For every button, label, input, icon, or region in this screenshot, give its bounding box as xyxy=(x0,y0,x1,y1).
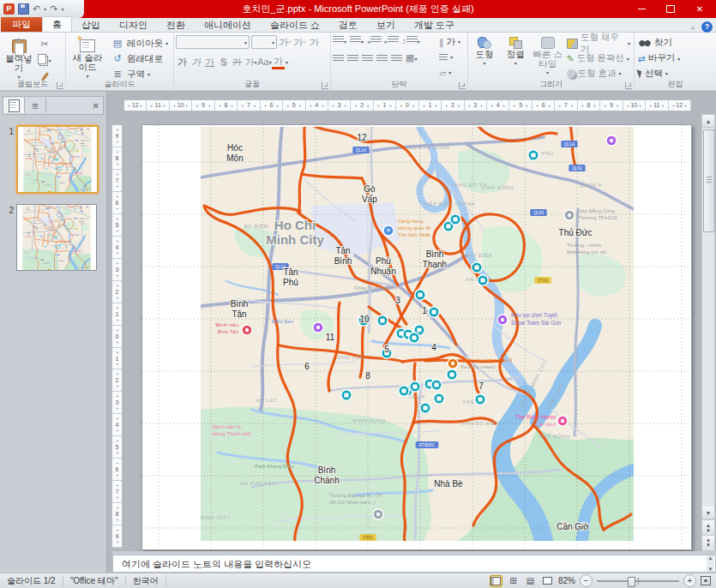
tab-review[interactable]: 검토 xyxy=(329,18,367,32)
zoom-slider[interactable] xyxy=(597,580,679,582)
shape-effects-button[interactable]: 도형 효과▾ xyxy=(565,68,632,81)
new-slide-button[interactable]: 새 슬라이드 ▾ xyxy=(68,35,107,80)
shape-outline-button[interactable]: ✎도형 윤곽선▾ xyxy=(565,52,632,65)
zoom-level[interactable]: 82% xyxy=(558,576,575,585)
numbering-icon[interactable]: ▾ xyxy=(350,35,364,45)
scroll-down-icon[interactable]: ▼ xyxy=(702,507,714,519)
align-text-icon[interactable]: ▾ xyxy=(437,51,462,63)
panel-close-icon[interactable]: ✕ xyxy=(93,101,103,111)
select-button[interactable]: 선택▾ xyxy=(636,67,682,80)
slide-thumbnail-2[interactable] xyxy=(16,204,97,271)
tab-developer[interactable]: 개발 도구 xyxy=(405,18,464,32)
zoom-in-button[interactable]: + xyxy=(683,574,696,587)
tab-transitions[interactable]: 전환 xyxy=(157,18,195,32)
tab-file[interactable]: 파일 xyxy=(1,17,42,32)
tab-view[interactable]: 보기 xyxy=(367,18,405,32)
undo-dropdown-icon[interactable]: ▾ xyxy=(44,6,46,12)
arrange-button[interactable]: 정렬▾ xyxy=(501,35,530,80)
italic-icon[interactable]: 가 xyxy=(190,56,202,69)
slide-thumbnail-1[interactable] xyxy=(16,125,99,194)
distribute-icon[interactable] xyxy=(391,54,402,63)
normal-view-button[interactable] xyxy=(490,575,502,587)
line-spacing-icon[interactable]: ↕▾ xyxy=(402,35,420,45)
tab-insert[interactable]: 삽입 xyxy=(72,18,110,32)
save-icon[interactable] xyxy=(18,3,29,15)
zoom-slider-thumb[interactable] xyxy=(628,577,635,587)
layout-button[interactable]: ▤레이아웃▾ xyxy=(109,37,170,50)
font-dialog-launcher[interactable] xyxy=(322,82,328,89)
bullets-icon[interactable]: ▾ xyxy=(333,35,346,45)
clipboard-dialog-launcher[interactable] xyxy=(57,82,63,89)
scrollbar-thumb[interactable] xyxy=(703,129,715,232)
theme-indicator[interactable]: "Office 테마" xyxy=(63,576,126,586)
find-button[interactable]: 찾기 xyxy=(636,37,682,50)
outline-tab[interactable]: ≣ xyxy=(25,98,46,113)
clipboard-small-buttons: ✂ ▾ xyxy=(38,35,51,80)
undo-icon[interactable]: ↶ xyxy=(33,0,40,18)
previous-slide-button[interactable]: ▲▲ xyxy=(702,519,714,535)
help-icon[interactable]: ? xyxy=(701,21,713,33)
decrease-indent-icon[interactable]: ◂ xyxy=(367,35,382,45)
shrink-font-icon[interactable]: 가˅ xyxy=(293,36,306,49)
text-shadow-icon[interactable]: S xyxy=(217,56,230,69)
notes-pane[interactable]: 여기에 슬라이드 노트의 내용을 입력하십시오 ▲▼ xyxy=(112,555,716,573)
underline-icon[interactable]: 가 xyxy=(203,56,216,69)
grow-font-icon[interactable]: 가˄ xyxy=(279,36,292,49)
tab-slideshow[interactable]: 슬라이드 쇼 xyxy=(261,18,329,32)
slides-panel: ≣ ✕ 1 2 xyxy=(0,92,107,573)
align-left-icon[interactable] xyxy=(333,54,344,63)
language-indicator[interactable]: 한국어 xyxy=(126,576,166,586)
vertical-scrollbar[interactable]: ▲ ▼ ▲▲ ▼▼ xyxy=(701,114,715,551)
strikethrough-icon[interactable]: 가 xyxy=(231,56,244,69)
scroll-up-icon[interactable]: ▲ xyxy=(702,115,714,128)
character-spacing-icon[interactable]: 가▾ xyxy=(244,56,257,69)
tab-animations[interactable]: 애니메이션 xyxy=(195,18,261,32)
reset-button[interactable]: ↺원래대로 xyxy=(109,52,170,65)
horizontal-ruler[interactable]: 1211109876543210123456789101112 xyxy=(123,99,692,111)
font-color-icon[interactable]: 가 xyxy=(272,54,285,69)
font-size-combo[interactable]: ▾ xyxy=(251,35,277,49)
quick-styles-button[interactable]: 빠른 스타일▾ xyxy=(532,35,563,80)
paragraph-dialog-launcher[interactable] xyxy=(459,82,466,89)
tab-design[interactable]: 디자인 xyxy=(110,18,157,32)
replace-button[interactable]: ⇄바꾸기▾ xyxy=(636,52,682,65)
drawing-dialog-launcher[interactable] xyxy=(625,82,632,89)
columns-icon[interactable]: ▦▾ xyxy=(406,52,417,63)
fit-to-window-button[interactable] xyxy=(701,576,711,585)
tab-home[interactable]: 홈 xyxy=(42,16,72,32)
font-name-combo[interactable]: ▾ xyxy=(176,35,250,49)
convert-smartart-icon[interactable]: ▱▾ xyxy=(437,66,462,79)
collapse-ribbon-icon[interactable]: ▵ xyxy=(691,23,695,31)
shapes-button[interactable]: 도형▾ xyxy=(470,35,499,80)
minimize-button[interactable] xyxy=(627,0,656,18)
close-button[interactable]: ✕ xyxy=(685,0,714,18)
cut-icon[interactable]: ✂ xyxy=(38,37,51,51)
qat-customize-icon[interactable]: ▾ xyxy=(61,6,63,12)
notes-scroll-arrows[interactable]: ▲▼ xyxy=(707,555,714,572)
justify-icon[interactable] xyxy=(376,54,388,63)
change-case-icon[interactable]: Aa▾ xyxy=(258,56,271,69)
slide-indicator[interactable]: 슬라이드 1/2 xyxy=(0,576,63,586)
notes-placeholder[interactable]: 여기에 슬라이드 노트의 내용을 입력하십시오 xyxy=(122,558,311,571)
increase-indent-icon[interactable]: ▸ xyxy=(385,35,400,45)
font-color-dropdown-icon[interactable]: ▾ xyxy=(286,59,288,65)
slideshow-button[interactable] xyxy=(541,575,554,587)
align-center-icon[interactable] xyxy=(347,54,358,63)
zoom-out-button[interactable]: − xyxy=(580,574,593,587)
shape-fill-button[interactable]: 도형 채우기▾ xyxy=(565,37,632,50)
slides-tab[interactable] xyxy=(3,98,25,113)
slide-canvas[interactable] xyxy=(141,124,692,550)
map-picture[interactable] xyxy=(201,127,634,541)
bold-icon[interactable]: 가 xyxy=(176,56,189,69)
vertical-ruler[interactable]: 9876543210123456789 xyxy=(111,124,123,549)
redo-icon[interactable]: ↷ xyxy=(50,0,57,18)
copy-icon[interactable]: ▾ xyxy=(38,53,51,67)
reading-view-button[interactable]: ▤ xyxy=(524,575,537,587)
next-slide-button[interactable]: ▼▼ xyxy=(702,535,714,550)
align-right-icon[interactable] xyxy=(362,54,373,63)
clear-formatting-icon[interactable]: 가 xyxy=(308,36,321,49)
maximize-button[interactable] xyxy=(656,0,685,18)
paste-button[interactable]: 붙여넣기 ▾ xyxy=(2,35,36,80)
text-direction-icon[interactable]: ∥가▾ xyxy=(437,35,462,48)
slide-sorter-view-button[interactable]: ⊞ xyxy=(507,575,520,587)
